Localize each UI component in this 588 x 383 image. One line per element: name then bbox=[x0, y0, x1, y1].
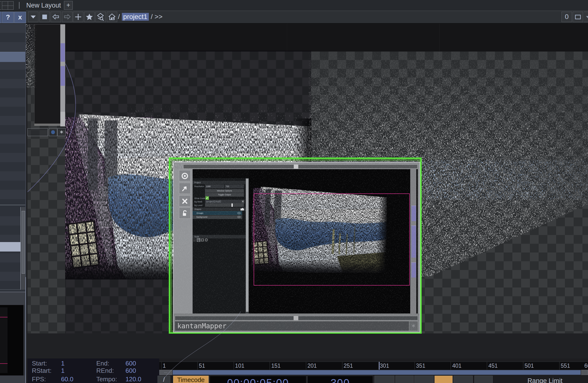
sidebar-row[interactable] bbox=[0, 162, 25, 171]
subpanel-row[interactable] bbox=[0, 225, 21, 235]
sidebar-row[interactable] bbox=[0, 153, 25, 162]
subpanel-row[interactable] bbox=[0, 253, 21, 262]
forward-arrow-icon[interactable] bbox=[62, 12, 72, 22]
back-arrow-icon[interactable] bbox=[51, 12, 61, 22]
fps-value[interactable]: 60.0 bbox=[61, 375, 73, 383]
sidebar-row[interactable] bbox=[0, 144, 25, 153]
visibility-eye-icon[interactable] bbox=[237, 212, 241, 214]
transport-button-active[interactable] bbox=[435, 376, 453, 383]
kantan-mapping-canvas[interactable] bbox=[249, 169, 416, 314]
panel-scrollbar[interactable] bbox=[246, 178, 249, 314]
sidebar-row[interactable] bbox=[0, 181, 25, 190]
add-icon[interactable] bbox=[73, 12, 84, 22]
range-handle-right[interactable] bbox=[581, 370, 588, 375]
timeline-range-bar[interactable]: ··· bbox=[159, 370, 588, 375]
network-path[interactable]: / project1 / >> bbox=[118, 13, 163, 21]
node-bottom-connector[interactable] bbox=[175, 316, 294, 320]
close-pane-button[interactable]: x bbox=[14, 12, 26, 23]
sidebar-row[interactable] bbox=[0, 116, 25, 125]
node-top-connector[interactable] bbox=[183, 164, 294, 169]
rend-value[interactable]: 600 bbox=[126, 367, 136, 375]
transport-button[interactable] bbox=[454, 376, 473, 383]
add-layout-button[interactable]: + bbox=[64, 1, 73, 10]
node-star-flag[interactable]: ✶ bbox=[57, 128, 66, 136]
subpanel-row[interactable] bbox=[0, 216, 21, 225]
node-connector[interactable] bbox=[411, 225, 416, 258]
scrollbar-thumb[interactable] bbox=[22, 211, 25, 274]
bg-level-slider[interactable] bbox=[205, 203, 244, 207]
range-handle-left[interactable]: ··· bbox=[159, 370, 172, 375]
timeline-info-panel[interactable]: Start: 1 End: 600 RStart: 1 REnd: 600 FP… bbox=[27, 359, 159, 383]
sidebar-row[interactable] bbox=[0, 134, 25, 144]
sidebar-row[interactable] bbox=[0, 190, 25, 199]
start-value[interactable]: 1 bbox=[61, 360, 64, 367]
layout-name[interactable]: New Layout bbox=[26, 2, 61, 9]
subpanel-row[interactable] bbox=[0, 272, 21, 281]
kantan-mapper-node[interactable]: Project Resolution 1280 720 Window Optio… bbox=[169, 158, 422, 334]
node-connector[interactable] bbox=[411, 262, 416, 278]
zoom-level-button[interactable]: 0 bbox=[562, 12, 572, 22]
rstart-value[interactable]: 1 bbox=[61, 367, 64, 375]
resolution-width-field[interactable]: 1280 bbox=[205, 184, 224, 188]
path-more[interactable]: >> bbox=[155, 13, 163, 20]
transport-button[interactable] bbox=[395, 376, 414, 383]
node-connector[interactable] bbox=[411, 206, 416, 221]
sidebar-row[interactable] bbox=[0, 107, 25, 116]
toggle-output-button[interactable]: Toggle Output bbox=[205, 193, 244, 197]
operator-node[interactable] bbox=[34, 24, 65, 126]
show-guides-checkbox[interactable]: ✓ bbox=[206, 196, 209, 200]
layout-grid-icon[interactable] bbox=[2, 1, 14, 10]
node-bottom-connector[interactable] bbox=[298, 316, 418, 320]
transport-button[interactable] bbox=[375, 376, 395, 383]
tool-freeform[interactable] bbox=[205, 238, 208, 242]
add-shape-icon[interactable] bbox=[240, 208, 244, 211]
home-icon[interactable] bbox=[107, 12, 117, 22]
clear-icon[interactable]: ✕ bbox=[241, 200, 244, 203]
tempo-value[interactable]: 120.0 bbox=[126, 375, 141, 383]
node-output-connector[interactable] bbox=[61, 66, 65, 86]
node-top-connector[interactable] bbox=[298, 164, 418, 169]
visibility-eye-icon[interactable] bbox=[237, 216, 241, 218]
sidebar-row[interactable] bbox=[0, 88, 25, 98]
sidebar-row[interactable] bbox=[0, 98, 25, 107]
toolbar-dropdown-partial[interactable] bbox=[584, 12, 588, 22]
chevron-down-icon[interactable] bbox=[28, 12, 39, 22]
help-button[interactable]: ? bbox=[2, 12, 14, 23]
left-sidebar[interactable] bbox=[0, 23, 26, 383]
sidebar-row[interactable] bbox=[0, 171, 25, 181]
frame-view-icon[interactable] bbox=[573, 12, 583, 22]
tool-rectangle[interactable] bbox=[201, 238, 204, 242]
shape-list-item[interactable]: Group1 bbox=[193, 211, 242, 215]
network-editor[interactable]: ✶ bbox=[26, 23, 588, 383]
slash-button[interactable]: / bbox=[158, 376, 170, 383]
sidebar-row[interactable] bbox=[0, 42, 25, 51]
sidebar-row[interactable] bbox=[0, 70, 25, 79]
bg-mask-field[interactable]: /project1/null2 bbox=[205, 200, 241, 204]
timeline-ruler[interactable]: 601 151101151201251301351401451501551 bbox=[159, 362, 588, 370]
node-viewer-active-flag[interactable] bbox=[49, 128, 57, 136]
close-flag[interactable] bbox=[179, 195, 191, 207]
sidebar-row[interactable] bbox=[0, 79, 25, 88]
subpanel-row[interactable] bbox=[0, 207, 21, 216]
sidebar-row[interactable] bbox=[0, 125, 25, 134]
tool-select-cursor[interactable] bbox=[193, 238, 196, 242]
window-options-button[interactable]: Window Options bbox=[205, 189, 244, 193]
tool-edit-points[interactable] bbox=[197, 238, 200, 242]
playhead[interactable] bbox=[379, 362, 379, 370]
sidebar-viewer[interactable] bbox=[0, 305, 24, 375]
shape-list-item[interactable]: background bbox=[193, 215, 242, 219]
bypass-flag[interactable] bbox=[179, 183, 191, 194]
end-value[interactable]: 600 bbox=[126, 360, 136, 367]
path-current-component[interactable]: project1 bbox=[122, 13, 149, 21]
sidebar-subpanel[interactable] bbox=[0, 207, 21, 290]
sidebar-row[interactable] bbox=[0, 23, 25, 33]
slider-handle[interactable] bbox=[231, 203, 233, 207]
sidebar-scrollbar[interactable] bbox=[21, 207, 25, 290]
transport-button[interactable] bbox=[414, 376, 434, 383]
op-find-icon[interactable] bbox=[95, 12, 106, 22]
resolution-height-field[interactable]: 720 bbox=[225, 184, 244, 188]
range-bar[interactable] bbox=[173, 370, 581, 375]
node-viewer[interactable] bbox=[34, 24, 60, 126]
stop-icon[interactable] bbox=[39, 12, 50, 22]
star-icon[interactable] bbox=[84, 12, 95, 22]
